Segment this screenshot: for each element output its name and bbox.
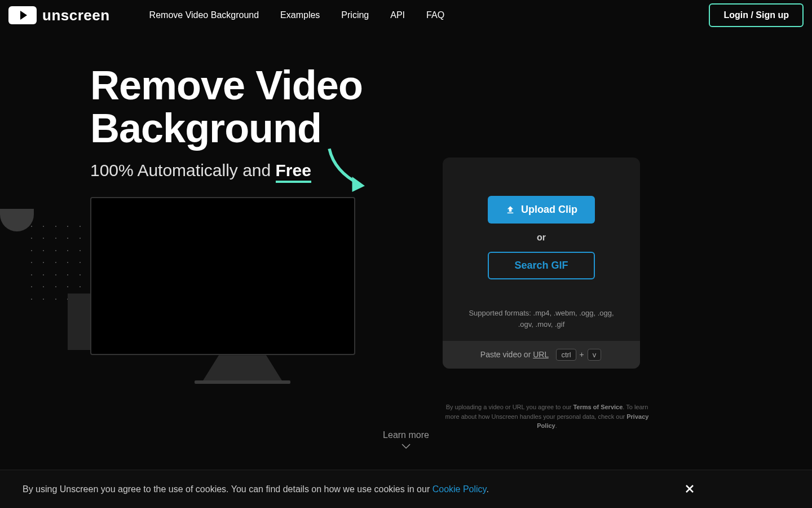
logo-text: unscreen: [42, 7, 110, 24]
header-left: unscreen Remove Video Background Example…: [8, 6, 444, 24]
nav-faq[interactable]: FAQ: [426, 10, 444, 20]
arrow-decoration-icon: [324, 146, 375, 197]
upload-icon: [505, 205, 515, 215]
terms-link[interactable]: Terms of Service: [573, 404, 623, 410]
main-content: Remove Video Background 100% Automatical…: [0, 30, 812, 474]
nav-pricing[interactable]: Pricing: [341, 10, 369, 20]
nav-remove-bg[interactable]: Remove Video Background: [149, 10, 259, 20]
monitor-screen: [90, 197, 355, 355]
learn-more-label: Learn more: [383, 430, 429, 440]
login-signup-button[interactable]: Login / Sign up: [709, 3, 804, 27]
hero-section: Remove Video Background 100% Automatical…: [0, 59, 395, 474]
or-divider: or: [458, 233, 624, 243]
monitor-stand: [203, 355, 282, 380]
learn-more-link[interactable]: Learn more: [383, 430, 429, 452]
cookie-policy-link[interactable]: Cookie Policy: [433, 484, 487, 494]
upload-clip-button[interactable]: Upload Clip: [488, 196, 595, 224]
supported-formats-text: Supported formats: .mp4, .webm, .ogg, .o…: [458, 308, 624, 330]
upload-disclaimer: By uploading a video or URL you agree to…: [443, 402, 651, 431]
logo[interactable]: unscreen: [8, 6, 110, 24]
upload-panel: Upload Clip or Search GIF Supported form…: [443, 157, 640, 369]
cookie-text: By using Unscreen you agree to the use o…: [23, 484, 489, 494]
chevron-down-icon: [401, 444, 411, 449]
play-icon: [8, 6, 37, 24]
main-nav: Remove Video Background Examples Pricing…: [149, 10, 444, 20]
upload-section: Upload Clip or Search GIF Supported form…: [395, 59, 812, 474]
cookie-banner: By using Unscreen you agree to the use o…: [0, 470, 812, 508]
monitor-base: [195, 380, 290, 384]
hero-title: Remove Video Background: [90, 64, 395, 150]
nav-api[interactable]: API: [390, 10, 405, 20]
cookie-close-button[interactable]: [680, 480, 699, 498]
search-gif-button[interactable]: Search GIF: [488, 252, 595, 279]
paste-bar: Paste video or URL ctrl + v: [443, 341, 640, 369]
url-link[interactable]: URL: [533, 350, 549, 359]
header: unscreen Remove Video Background Example…: [0, 0, 812, 30]
kbd-ctrl: ctrl: [556, 349, 576, 361]
nav-examples[interactable]: Examples: [280, 10, 320, 20]
monitor-illustration: [90, 197, 395, 384]
kbd-v: v: [588, 349, 602, 361]
close-icon: [686, 485, 694, 493]
